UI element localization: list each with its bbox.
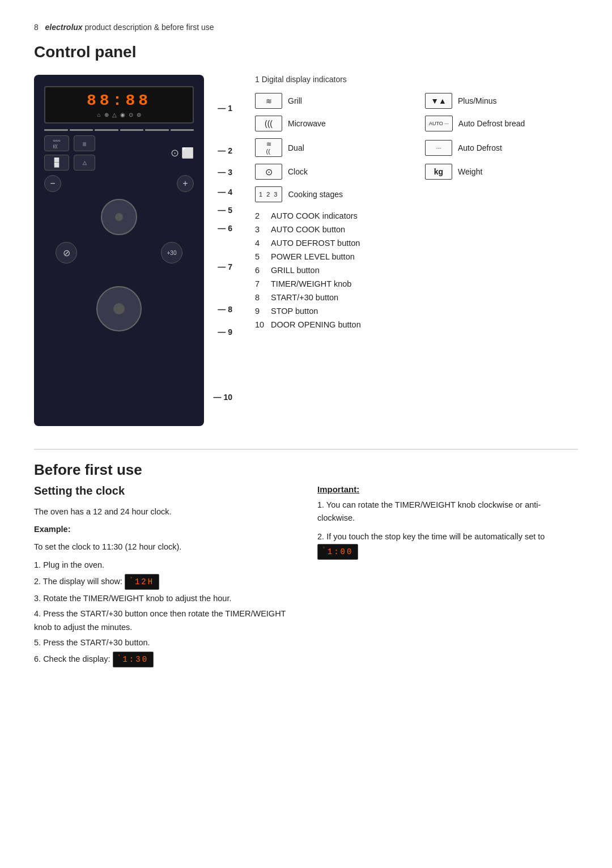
list-item-3: 3 AUTO COOK button xyxy=(255,225,578,234)
indicator-weight: kg Weight xyxy=(425,164,578,180)
list-item-7: 7 TIMER/WEIGHT knob xyxy=(255,279,578,288)
bfu-title: Before first use xyxy=(34,461,578,479)
grill-label: Grill xyxy=(288,96,302,105)
panel-spacer xyxy=(44,267,194,278)
microwave-label: Microwave xyxy=(288,119,326,128)
clock-steps-list: 1. Plug in the oven. 2. The display will… xyxy=(34,559,295,668)
example-text: To set the clock to 11:30 (12 hour clock… xyxy=(34,541,295,554)
display-icons-row: ⌂ ⊕ △ ◉ ⊙ ⊚ xyxy=(51,112,187,118)
important-list: 1. You can rotate the TIMER/WEIGHT knob … xyxy=(317,499,578,560)
indicator-auto-defrost: ··· Auto Defrost xyxy=(425,138,578,157)
panel-row-5-6: − + xyxy=(44,175,194,192)
dual-label: Dual xyxy=(288,143,304,152)
display-icon-5: ⊙ xyxy=(129,112,133,118)
control-panel-layout: 88:88 ⌂ ⊕ △ ◉ ⊙ ⊚ xyxy=(34,75,578,426)
btn-plus[interactable]: + xyxy=(177,175,194,192)
auto-cook-icon[interactable]: ≈≈≈((( xyxy=(44,135,69,151)
page-number: 8 xyxy=(34,23,39,32)
example-label: Example: xyxy=(34,523,295,536)
auto-defrost-icon: ··· xyxy=(425,140,452,156)
label-8: — 8 xyxy=(218,304,232,314)
stop-btn[interactable]: ⊘ xyxy=(56,242,77,263)
page-description: product description & before first use xyxy=(85,23,214,32)
indicator-microwave: ((( Microwave xyxy=(255,116,408,131)
panel-row-10 xyxy=(44,283,194,335)
label-9: — 9 xyxy=(218,327,232,337)
label-7: — 7 xyxy=(218,262,232,271)
cooking-stages-icon: 1 2 3 xyxy=(255,186,282,202)
grill-icon: ≋ xyxy=(255,93,282,109)
start-btn[interactable]: +30 xyxy=(161,242,182,263)
microwave-icon: ((( xyxy=(255,116,282,131)
auto-defrost-label: Auto Defrost xyxy=(458,143,502,152)
control-panel-title: Control panel xyxy=(34,43,578,61)
panel-image-wrap: 88:88 ⌂ ⊕ △ ◉ ⊙ ⊚ xyxy=(34,75,204,426)
door-opening-btn[interactable] xyxy=(96,286,142,331)
display-icon-4: ◉ xyxy=(120,112,125,118)
weight-label: Weight xyxy=(458,167,482,176)
power-level-btn[interactable]: ||| xyxy=(74,135,95,151)
list-item-5: 5 POWER LEVEL button xyxy=(255,252,578,261)
plusminus-label: Plus/Minus xyxy=(458,96,496,105)
panel-descriptions: 1 Digital display indicators ≋ Grill ▼▲ … xyxy=(227,75,578,334)
clock-symbol: ⊙ xyxy=(171,147,179,159)
cooking-stages-label: Cooking stages xyxy=(288,190,343,199)
dual-icon: ≋(( xyxy=(255,138,282,157)
before-first-use-section: Before first use Setting the clock The o… xyxy=(34,449,578,670)
display-100: °1:00 xyxy=(317,544,358,560)
timer-weight-knob[interactable] xyxy=(101,199,137,235)
list-item-9: 9 STOP button xyxy=(255,307,578,316)
auto-defrost-bread-label: Auto Defrost bread xyxy=(458,119,525,128)
label-5: — 5 xyxy=(218,205,232,215)
important-label: Important: xyxy=(317,484,578,494)
btn-minus[interactable]: − xyxy=(44,175,61,192)
panel-row-7 xyxy=(44,197,194,237)
panel-image: 88:88 ⌂ ⊕ △ ◉ ⊙ ⊚ xyxy=(34,75,204,426)
display-12h: °12H xyxy=(125,574,159,590)
clock-label: Clock xyxy=(288,167,308,176)
indicator-clock: ⊙ Clock xyxy=(255,164,408,180)
step-5: 5. Press the START/+30 button. xyxy=(34,636,295,649)
panel-row-2 xyxy=(44,129,194,131)
label-2: — 2 xyxy=(218,146,232,155)
indicators-label: 1 Digital display indicators xyxy=(255,75,347,84)
display-icon-3: △ xyxy=(112,112,117,118)
auto-defrost-bread-icon: AUTO ··· xyxy=(425,116,453,131)
bfu-layout: Setting the clock The oven has a 12 and … xyxy=(34,484,578,670)
list-item-4: 4 AUTO DEFROST button xyxy=(255,239,578,248)
label-10: — 10 xyxy=(214,392,232,402)
plusminus-icon: ▼▲ xyxy=(425,93,452,109)
step-2: 2. The display will show: °12H xyxy=(34,574,295,590)
auto-defrost-btn[interactable]: ⬜⬜ xyxy=(44,155,69,171)
grill-btn[interactable]: △ xyxy=(74,155,95,171)
display-icon-1: ⌂ xyxy=(97,112,100,118)
indicator-dual: ≋(( Dual xyxy=(255,138,408,157)
indicator-auto-defrost-bread: AUTO ··· Auto Defrost bread xyxy=(425,116,578,131)
clock-intro: The oven has a 12 and 24 hour clock. xyxy=(34,505,295,518)
indicators-grid: ≋ Grill ▼▲ Plus/Minus ((( Microwave AUTO… xyxy=(255,93,578,202)
brand-name: electrolux xyxy=(45,23,82,32)
indicator-grill: ≋ Grill xyxy=(255,93,408,109)
label-3: — 3 xyxy=(218,167,232,177)
step-1: 1. Plug in the oven. xyxy=(34,559,295,572)
indicators-header: 1 Digital display indicators xyxy=(255,75,578,84)
numbered-items-list: 2 AUTO COOK indicators 3 AUTO COOK butto… xyxy=(255,211,578,329)
display-icon-6: ⊚ xyxy=(137,112,141,118)
indicator-cooking-stages: 1 2 3 Cooking stages xyxy=(255,186,408,202)
timer-symbol: ⬜ xyxy=(181,147,194,159)
panel-display: 88:88 ⌂ ⊕ △ ◉ ⊙ ⊚ xyxy=(44,86,194,124)
bfu-right-col: Important: 1. You can rotate the TIMER/W… xyxy=(317,484,578,670)
label-4: — 4 xyxy=(218,187,232,197)
setting-clock-title: Setting the clock xyxy=(34,484,295,497)
bfu-left-col: Setting the clock The oven has a 12 and … xyxy=(34,484,295,670)
panel-row-8-9: ⊘ +30 xyxy=(44,242,194,263)
indicator-plusminus: ▼▲ Plus/Minus xyxy=(425,93,578,109)
display-1130: °1:30 xyxy=(113,652,154,667)
step-4: 4. Press the START/+30 button once then … xyxy=(34,607,295,633)
label-6: — 6 xyxy=(218,223,232,233)
clock-icon: ⊙ xyxy=(255,164,282,180)
list-item-6: 6 GRILL button xyxy=(255,266,578,275)
step-6: 6. Check the display: °1:30 xyxy=(34,652,295,667)
panel-row-3-4: ≈≈≈((( ||| ⬜⬜ △ xyxy=(44,135,194,171)
display-digits: 88:88 xyxy=(51,92,187,109)
